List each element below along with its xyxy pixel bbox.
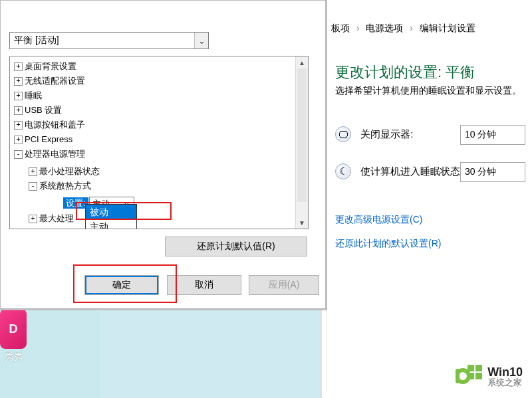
site-watermark: Win10 系统之家 <box>456 365 523 387</box>
watermark-line2: 系统之家 <box>487 378 523 387</box>
expand-icon[interactable]: + <box>14 106 23 115</box>
option-row-display: 🖵 关闭显示器: <box>335 126 413 142</box>
tree-item-min-state[interactable]: +最小处理器状态 <box>25 164 308 179</box>
desktop-icon[interactable] <box>0 309 27 349</box>
tree-item-pci[interactable]: +PCI Express <box>10 132 308 147</box>
tree-item-cooling[interactable]: -系统散热方式 设置:主动 <box>25 179 308 211</box>
scroll-thumb[interactable] <box>297 68 307 202</box>
chevron-right-icon: › <box>356 23 360 33</box>
scroll-up-icon[interactable]: ▲ <box>296 56 308 68</box>
option-row-sleep: ☾ 使计算机进入睡眠状态: <box>335 163 463 179</box>
tree-item-max-state[interactable]: +最大处理 <box>25 211 308 226</box>
setting-label: 设置: <box>63 197 88 209</box>
apply-button[interactable]: 应用(A) <box>249 275 319 295</box>
scrollbar[interactable]: ▲ ▼ <box>295 56 308 229</box>
collapse-icon[interactable]: - <box>29 182 37 191</box>
scroll-down-icon[interactable]: ▼ <box>296 217 308 229</box>
tree-item-sleep[interactable]: +睡眠 <box>10 88 308 103</box>
advanced-power-dialog: 平衡 [活动] ⌄ +桌面背景设置 +无线适配器设置 +睡眠 +USB 设置 +… <box>0 0 327 310</box>
svg-rect-1 <box>475 365 482 371</box>
page-subtitle: 选择希望计算机使用的睡眠设置和显示设置。 <box>335 85 521 97</box>
display-icon: 🖵 <box>335 126 351 142</box>
expand-icon[interactable]: + <box>14 62 23 71</box>
breadcrumb-item[interactable]: 电源选项 <box>366 23 403 33</box>
display-off-label: 关闭显示器: <box>360 128 413 140</box>
taskbar-blur: 秀秀 <box>0 309 100 398</box>
breadcrumb-item[interactable]: 板项 <box>331 23 350 33</box>
cooling-dropdown[interactable]: 被动 主动 <box>85 204 137 229</box>
page-title: 更改计划的设置: 平衡 <box>335 62 475 82</box>
tree-item-usb[interactable]: +USB 设置 <box>10 103 308 118</box>
desktop-icon-label: 秀秀 <box>0 351 28 363</box>
expand-icon[interactable]: + <box>14 121 23 130</box>
ok-button[interactable]: 确定 <box>84 275 159 295</box>
svg-rect-0 <box>467 365 474 371</box>
tree-item-wireless[interactable]: +无线适配器设置 <box>10 74 308 88</box>
sleep-select[interactable]: 30 分钟 <box>460 162 525 182</box>
chevron-down-icon[interactable]: ⌄ <box>194 33 208 49</box>
watermark-line1: Win10 <box>487 366 523 378</box>
tree-item-display[interactable]: +显示 <box>10 226 308 229</box>
breadcrumb-item[interactable]: 编辑计划设置 <box>420 23 475 33</box>
sleep-value: 30 分钟 <box>465 166 496 177</box>
link-restore-plan[interactable]: 还原此计划的默认设置(R) <box>335 238 441 250</box>
breadcrumb[interactable]: 板项 › 电源选项 › 编辑计划设置 <box>331 23 475 35</box>
tree-item-desktop-bg[interactable]: +桌面背景设置 <box>10 59 308 74</box>
tree-item-setting[interactable]: 设置:主动 <box>39 196 308 211</box>
restore-defaults-button[interactable]: 还原计划默认值(R) <box>165 237 307 256</box>
plan-select[interactable]: 平衡 [活动] ⌄ <box>9 32 209 49</box>
sleep-icon: ☾ <box>335 163 351 179</box>
display-off-value: 10 分钟 <box>465 129 496 140</box>
chevron-right-icon: › <box>410 23 413 33</box>
link-advanced-power[interactable]: 更改高级电源设置(C) <box>335 214 422 226</box>
power-plan-explorer: 板项 › 电源选项 › 编辑计划设置 更改计划的设置: 平衡 选择希望计算机使用… <box>321 0 532 398</box>
sleep-label: 使计算机进入睡眠状态: <box>360 165 463 177</box>
svg-point-5 <box>457 370 469 382</box>
expand-icon[interactable]: + <box>14 77 23 86</box>
plan-select-value: 平衡 [活动] <box>14 35 59 47</box>
dropdown-option-active[interactable]: 主动 <box>86 219 136 229</box>
expand-icon[interactable]: + <box>14 92 23 100</box>
collapse-icon[interactable]: - <box>14 150 23 159</box>
dropdown-option-passive[interactable]: 被动 <box>86 205 136 219</box>
display-off-select[interactable]: 10 分钟 <box>460 125 525 145</box>
expand-icon[interactable]: + <box>14 136 23 144</box>
tree-item-cpu[interactable]: -处理器电源管理 +最小处理器状态 -系统散热方式 设置:主动 +最大处理 <box>10 147 308 226</box>
expand-icon[interactable]: + <box>29 215 37 223</box>
settings-tree[interactable]: +桌面背景设置 +无线适配器设置 +睡眠 +USB 设置 +电源按钮和盖子 +P… <box>9 56 309 229</box>
tree-item-power-btn[interactable]: +电源按钮和盖子 <box>10 118 308 132</box>
svg-rect-3 <box>475 373 482 379</box>
cancel-button[interactable]: 取消 <box>167 275 241 295</box>
logo-icon <box>456 365 482 387</box>
expand-icon[interactable]: + <box>29 167 37 176</box>
